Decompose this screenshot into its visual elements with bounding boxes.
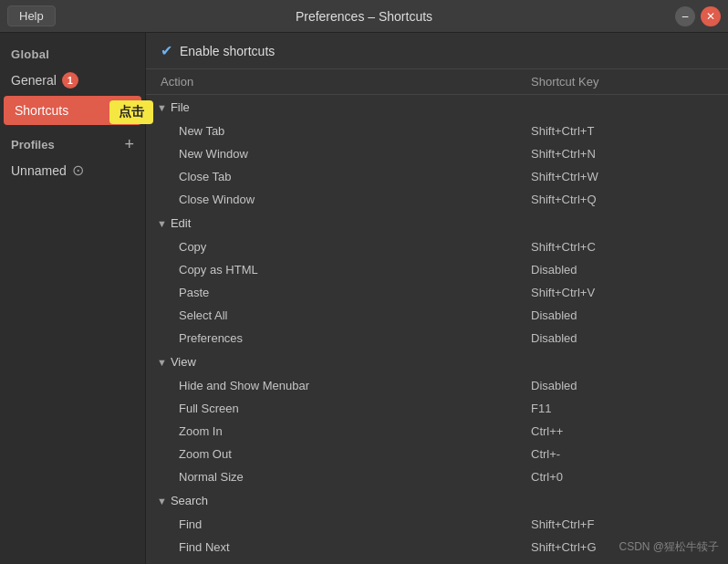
- shortcut-row[interactable]: Find Shift+Ctrl+F: [146, 513, 728, 536]
- shortcut-key: F11: [531, 402, 713, 415]
- shortcut-action: Zoom In: [179, 424, 531, 438]
- shortcut-row[interactable]: Hide and Show Menubar Disabled: [146, 374, 728, 397]
- shortcut-group: ▼Edit Copy Shift+Ctrl+C Copy as HTML Dis…: [146, 211, 728, 350]
- shortcut-key: Shift+Ctrl+C: [531, 240, 713, 254]
- shortcut-row[interactable]: Paste Shift+Ctrl+V: [146, 281, 728, 304]
- shortcut-key: Ctrl+-: [531, 447, 713, 461]
- group-header[interactable]: ▼Edit: [146, 211, 728, 235]
- group-arrow-icon: ▼: [157, 357, 167, 368]
- shortcut-group: ▼View Hide and Show Menubar Disabled Ful…: [146, 350, 728, 488]
- shortcut-row[interactable]: Copy as HTML Disabled: [146, 258, 728, 281]
- shortcut-row[interactable]: Copy Shift+Ctrl+C: [146, 235, 728, 258]
- add-profile-button[interactable]: +: [124, 136, 134, 152]
- shortcut-row[interactable]: Zoom Out Ctrl+-: [146, 443, 728, 465]
- shortcut-row[interactable]: Select All Disabled: [146, 304, 728, 327]
- profile-check-icon: ⊙: [72, 162, 84, 179]
- shortcut-key: Disabled: [531, 308, 713, 322]
- enable-checkbox-icon: ✔: [161, 42, 172, 59]
- shortcut-group: ▼File New Tab Shift+Ctrl+T New Window Sh…: [146, 95, 728, 211]
- shortcuts-table: Action Shortcut Key ▼File New Tab Shift+…: [146, 69, 728, 564]
- profiles-label: Profiles: [11, 138, 55, 151]
- shortcut-row[interactable]: Full Screen F11: [146, 397, 728, 420]
- shortcut-row[interactable]: Find Next Shift+Ctrl+G: [146, 536, 728, 559]
- profiles-section-header: Profiles +: [0, 125, 145, 156]
- group-arrow-icon: ▼: [157, 102, 167, 113]
- enable-shortcuts-label: Enable shortcuts: [180, 44, 275, 58]
- close-button[interactable]: ✕: [701, 6, 721, 26]
- group-name: View: [171, 355, 196, 369]
- sidebar-item-shortcuts[interactable]: Shortcuts: [4, 96, 141, 125]
- group-name: Edit: [171, 216, 191, 230]
- shortcut-action: Close Tab: [179, 170, 531, 183]
- sidebar-item-general[interactable]: General 1: [0, 65, 145, 96]
- shortcut-key: Shift+Ctrl+T: [531, 124, 713, 138]
- col-action-header: Action: [161, 75, 531, 89]
- shortcut-row[interactable]: New Window Shift+Ctrl+N: [146, 142, 728, 165]
- group-header[interactable]: ▼File: [146, 95, 728, 120]
- shortcut-key: Shift+Ctrl+W: [531, 170, 713, 183]
- shortcut-key: Disabled: [531, 379, 713, 392]
- group-name: File: [171, 100, 190, 114]
- shortcut-action: New Window: [179, 147, 531, 161]
- enable-shortcuts-row[interactable]: ✔ Enable shortcuts: [146, 33, 728, 69]
- shortcut-row[interactable]: Normal Size Ctrl+0: [146, 465, 728, 488]
- general-label: General: [11, 73, 57, 88]
- shortcut-row[interactable]: New Tab Shift+Ctrl+T: [146, 120, 728, 142]
- content-area: ✔ Enable shortcuts Action Shortcut Key ▼…: [146, 33, 728, 564]
- group-arrow-icon: ▼: [157, 218, 167, 229]
- shortcut-key: Ctrl++: [531, 424, 713, 438]
- shortcut-action: Zoom Out: [179, 447, 531, 461]
- shortcut-row[interactable]: Preferences Disabled: [146, 327, 728, 350]
- shortcut-action: Normal Size: [179, 470, 531, 484]
- col-shortcut-header: Shortcut Key: [531, 75, 713, 89]
- shortcut-key: Shift+Ctrl+G: [531, 540, 713, 554]
- shortcut-key: Shift+Ctrl+V: [531, 286, 713, 299]
- shortcuts-label: Shortcuts: [15, 103, 68, 118]
- table-header: Action Shortcut Key: [146, 69, 728, 95]
- shortcut-key: Disabled: [531, 263, 713, 277]
- shortcut-action: Select All: [179, 308, 531, 322]
- general-badge: 1: [62, 72, 78, 89]
- groups-container: ▼File New Tab Shift+Ctrl+T New Window Sh…: [146, 95, 728, 564]
- shortcut-row[interactable]: Zoom In Ctrl++: [146, 420, 728, 443]
- shortcut-action: Copy as HTML: [179, 263, 531, 277]
- shortcut-action: Find Next: [179, 540, 531, 554]
- shortcut-key: Shift+Ctrl+F: [531, 517, 713, 531]
- shortcut-action: Full Screen: [179, 402, 531, 415]
- shortcut-row[interactable]: Find Previous Shift+Ctrl+H: [146, 559, 728, 564]
- shortcut-key: Ctrl+0: [531, 470, 713, 484]
- shortcut-key: Shift+Ctrl+N: [531, 147, 713, 161]
- global-section-header: Global: [0, 40, 145, 65]
- sidebar: Global General 1 Shortcuts Profiles + Un…: [0, 33, 146, 564]
- help-button[interactable]: Help: [7, 5, 56, 26]
- shortcut-action: Preferences: [179, 331, 531, 345]
- profile-name: Unnamed: [11, 163, 67, 178]
- shortcut-action: Paste: [179, 286, 531, 299]
- window-title: Preferences – Shortcuts: [296, 9, 432, 24]
- group-name: Search: [171, 494, 208, 507]
- shortcut-action: Hide and Show Menubar: [179, 379, 531, 392]
- group-header[interactable]: ▼Search: [146, 488, 728, 513]
- shortcut-group: ▼Search Find Shift+Ctrl+F Find Next Shif…: [146, 488, 728, 564]
- shortcut-key: Shift+Ctrl+Q: [531, 193, 713, 206]
- shortcut-row[interactable]: Close Tab Shift+Ctrl+W: [146, 165, 728, 188]
- shortcut-action: Find: [179, 517, 531, 531]
- group-header[interactable]: ▼View: [146, 350, 728, 374]
- shortcut-row[interactable]: Close Window Shift+Ctrl+Q: [146, 188, 728, 211]
- profile-unnamed[interactable]: Unnamed ⊙: [0, 156, 145, 184]
- shortcut-action: New Tab: [179, 124, 531, 138]
- group-arrow-icon: ▼: [157, 496, 167, 507]
- shortcut-key: Disabled: [531, 331, 713, 345]
- titlebar-left: Help: [7, 5, 56, 26]
- main-layout: Global General 1 Shortcuts Profiles + Un…: [0, 33, 728, 564]
- shortcut-action: Copy: [179, 240, 531, 254]
- titlebar: Help Preferences – Shortcuts – ✕: [0, 0, 728, 33]
- shortcut-action: Close Window: [179, 193, 531, 206]
- titlebar-right: – ✕: [675, 6, 721, 26]
- minimize-button[interactable]: –: [675, 6, 695, 26]
